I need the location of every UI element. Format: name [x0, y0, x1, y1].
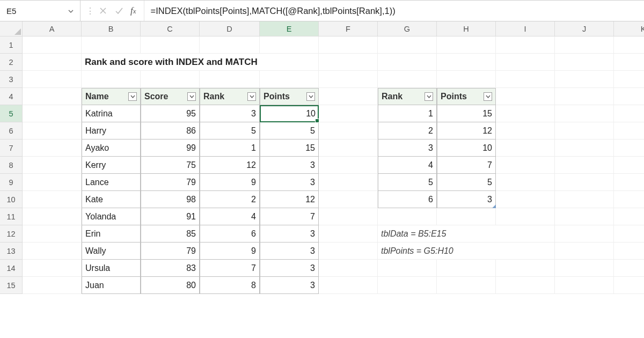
cell[interactable] [319, 88, 378, 105]
tbldata-points[interactable]: 7 [260, 208, 319, 225]
cell[interactable] [378, 54, 437, 71]
cell[interactable] [141, 71, 200, 88]
cell[interactable] [555, 277, 614, 294]
cell[interactable] [378, 208, 437, 225]
tbldata-name[interactable]: Wally [82, 243, 141, 260]
cell[interactable] [23, 277, 82, 294]
column-header[interactable]: B [82, 21, 141, 36]
cell[interactable] [23, 88, 82, 105]
cell[interactable] [496, 208, 555, 225]
tbldata-name[interactable]: Kate [82, 191, 141, 208]
page-title[interactable]: Rank and score with INDEX and MATCH [82, 54, 319, 71]
cell[interactable] [378, 71, 437, 88]
cell[interactable] [23, 191, 82, 208]
cell[interactable] [555, 191, 614, 208]
row-header[interactable]: 4 [0, 88, 23, 105]
cell[interactable] [555, 105, 614, 122]
tbldata-rank[interactable]: 4 [200, 208, 260, 225]
tbldata-rank[interactable]: 9 [200, 243, 260, 260]
cell[interactable] [496, 174, 555, 191]
formula-input[interactable]: =INDEX(tblPoints[Points],MATCH([@Rank],t… [144, 1, 644, 21]
cell[interactable] [496, 277, 555, 294]
cell[interactable] [319, 225, 378, 243]
tbldata-score[interactable]: 98 [141, 191, 200, 208]
cell[interactable] [82, 71, 141, 88]
accept-icon[interactable] [112, 4, 126, 18]
cell[interactable] [614, 54, 644, 71]
tbldata-rank[interactable]: 2 [200, 191, 260, 208]
cell[interactable] [496, 139, 555, 157]
tbldata-name[interactable]: Kerry [82, 157, 141, 174]
cell[interactable] [319, 243, 378, 260]
column-header[interactable]: D [200, 21, 260, 36]
cell[interactable] [614, 36, 644, 54]
cancel-icon[interactable] [96, 4, 110, 18]
cell[interactable] [555, 225, 614, 243]
tbldata-rank[interactable]: 1 [200, 139, 260, 157]
cell[interactable] [496, 71, 555, 88]
tblpoints-rank[interactable]: 5 [378, 174, 437, 191]
cell[interactable] [23, 208, 82, 225]
cell[interactable] [319, 174, 378, 191]
tbldata-score[interactable]: 91 [141, 208, 200, 225]
column-header[interactable]: I [496, 21, 555, 36]
name-box[interactable]: E5 [0, 1, 80, 21]
cell[interactable] [614, 260, 644, 277]
tbldata-points[interactable]: 3 [260, 225, 319, 243]
tbldata-header[interactable]: Name [82, 88, 141, 105]
tbldata-header[interactable]: Points [260, 88, 319, 105]
filter-dropdown-icon[interactable] [425, 92, 433, 101]
cell[interactable] [614, 71, 644, 88]
column-header[interactable]: K [614, 21, 644, 36]
tblpoints-points[interactable]: 12 [437, 122, 496, 139]
cell[interactable] [437, 208, 496, 225]
column-header[interactable]: A [23, 21, 82, 36]
tbldata-name[interactable]: Yolanda [82, 208, 141, 225]
cell[interactable] [614, 105, 644, 122]
cell[interactable] [319, 105, 378, 122]
column-header[interactable]: E [260, 21, 319, 36]
filter-dropdown-icon[interactable] [187, 92, 196, 101]
cell[interactable] [378, 36, 437, 54]
tbldata-name[interactable]: Erin [82, 225, 141, 243]
cell[interactable] [555, 157, 614, 174]
cell[interactable] [614, 88, 644, 105]
tbldata-points[interactable]: 10 [260, 105, 319, 122]
tblpoints-points[interactable]: 3 [437, 191, 496, 208]
tbldata-rank[interactable]: 3 [200, 105, 260, 122]
row-header[interactable]: 11 [0, 208, 23, 225]
tbldata-name[interactable]: Juan [82, 277, 141, 294]
tblpoints-points[interactable]: 10 [437, 139, 496, 157]
tbldata-score[interactable]: 85 [141, 225, 200, 243]
row-header[interactable]: 13 [0, 243, 23, 260]
tblpoints-rank[interactable]: 4 [378, 157, 437, 174]
cell[interactable] [614, 191, 644, 208]
cell[interactable] [614, 122, 644, 139]
tbldata-name[interactable]: Ursula [82, 260, 141, 277]
row-header[interactable]: 9 [0, 174, 23, 191]
tblpoints-points[interactable]: 5 [437, 174, 496, 191]
tbldata-name[interactable]: Katrina [82, 105, 141, 122]
cell[interactable] [496, 105, 555, 122]
tbldata-score[interactable]: 99 [141, 139, 200, 157]
cell[interactable] [319, 208, 378, 225]
cell[interactable] [496, 157, 555, 174]
cell[interactable] [23, 122, 82, 139]
tbldata-rank[interactable]: 9 [200, 174, 260, 191]
tbldata-rank[interactable]: 6 [200, 225, 260, 243]
column-header[interactable]: H [437, 21, 496, 36]
tblpoints-header[interactable]: Rank [378, 88, 437, 105]
cell[interactable] [614, 208, 644, 225]
tbldata-points[interactable]: 5 [260, 122, 319, 139]
tbldata-header[interactable]: Rank [200, 88, 260, 105]
cell[interactable] [614, 174, 644, 191]
cell[interactable] [614, 243, 644, 260]
cell[interactable] [23, 105, 82, 122]
chevron-down-icon[interactable] [68, 8, 74, 14]
cell[interactable] [200, 36, 260, 54]
cell[interactable] [496, 191, 555, 208]
row-header[interactable]: 3 [0, 71, 23, 88]
spreadsheet-grid[interactable]: ABCDEFGHIJK12Rank and score with INDEX a… [0, 21, 644, 294]
tbldata-rank[interactable]: 8 [200, 277, 260, 294]
cell[interactable] [496, 260, 555, 277]
